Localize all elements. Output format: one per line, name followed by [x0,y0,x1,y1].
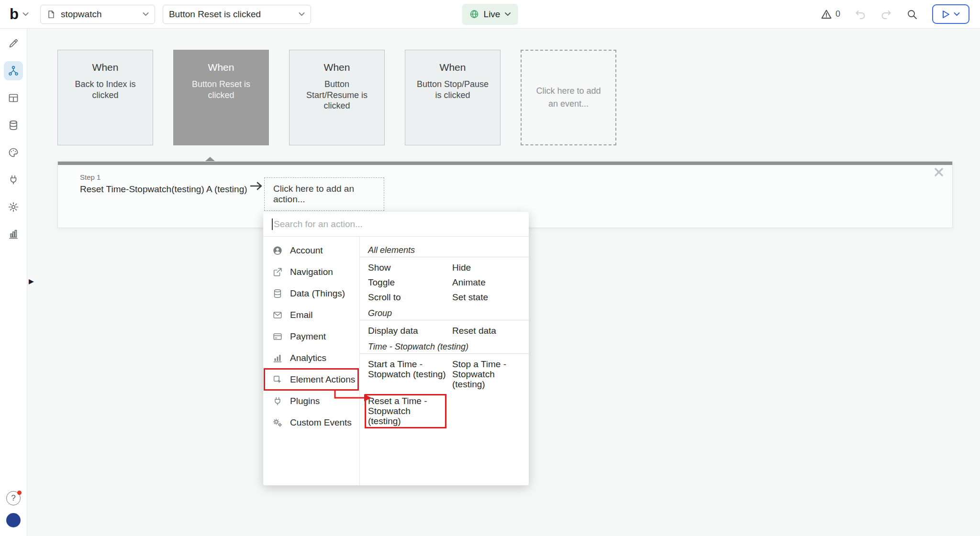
notification-dot [17,491,22,495]
help-button[interactable]: ? [6,491,21,505]
credit-card-icon [272,331,283,342]
top-bar: b stopwatch Button Reset is clicked Live… [0,0,980,29]
sidebar-item-design[interactable] [4,34,23,53]
action-item-display-data[interactable]: Display data [368,326,452,336]
sidebar-item-plugins[interactable] [4,170,23,189]
divider [360,257,529,257]
bar-chart-icon [8,229,19,240]
redo-icon[interactable] [880,9,892,20]
analytics-icon [272,353,283,363]
section-header-group: Group [360,308,529,318]
search-icon[interactable] [906,9,918,20]
components-icon [8,92,19,104]
gears-icon [272,417,283,428]
event-card-subtitle: Back to Index is clicked [58,79,153,100]
chevron-down-icon [954,12,960,16]
arrow-right-icon [249,181,264,191]
divider [360,353,529,354]
add-event-placeholder[interactable]: Click here to add an event... [521,50,616,145]
account-icon [272,245,283,256]
step-label: Step 1 [80,173,247,181]
event-card-title: When [290,62,384,73]
workflow-canvas: When Back to Index is clicked When Butto… [27,29,980,536]
action-item-toggle[interactable]: Toggle [368,277,452,287]
warning-icon [821,9,832,20]
email-icon [272,310,283,320]
action-search-popup: Account Navigation Data (Things) [263,212,529,485]
environment-selector[interactable]: Live [462,4,518,25]
bubble-logo: b [10,7,19,22]
text-caret [272,219,273,230]
event-card-title: When [405,62,500,73]
action-item-reset-stopwatch[interactable]: Reset a Time - Stopwatch (testing) [368,394,452,428]
workflow-event-selector[interactable]: Button Reset is clicked [163,5,311,24]
action-search-input[interactable] [272,219,520,230]
preview-button[interactable] [932,4,969,24]
page-selector[interactable]: stopwatch [40,5,155,24]
action-item-stop-stopwatch[interactable]: Stop a Time - Stopwatch (testing) [452,359,529,389]
category-payment[interactable]: Payment [263,326,359,347]
action-item-start-stopwatch[interactable]: Start a Time - Stopwatch (testing) [368,359,452,389]
step-title: Reset Time-Stopwatch(testing) A (testing… [80,184,247,195]
environment-label: Live [484,9,501,20]
panel-scrollbar[interactable] [58,162,952,165]
issues-indicator[interactable]: 0 [821,9,840,20]
help-icon: ? [11,493,15,503]
avatar[interactable] [6,513,21,527]
chevron-down-icon [299,12,305,16]
event-card-button-stop-pause[interactable]: When Button Stop/Pause is clicked [405,50,501,145]
event-card-subtitle: Button Start/Resume is clicked [290,79,384,111]
sidebar-item-styles[interactable] [4,143,23,162]
chevron-down-icon [504,12,511,16]
category-account[interactable]: Account [263,240,359,261]
sidebar-item-data[interactable] [4,116,23,135]
sidebar-item-logs[interactable] [4,225,23,244]
divider [360,320,529,320]
sidebar-item-components[interactable] [4,88,23,108]
category-data-things[interactable]: Data (Things) [263,283,359,304]
action-item-set-state[interactable]: Set state [452,292,529,302]
play-icon [942,10,950,19]
close-icon[interactable] [934,167,944,177]
plug-icon [272,396,283,406]
sidebar-item-settings[interactable] [4,197,23,217]
event-card-back-to-index[interactable]: When Back to Index is clicked [57,50,153,145]
add-action-placeholder[interactable]: Click here to add an action... [264,177,384,211]
styles-palette-icon [8,147,19,158]
category-custom-events[interactable]: Custom Events [263,412,359,433]
app-menu[interactable]: b [10,7,29,22]
page-icon [46,10,56,19]
action-item-reset-data[interactable]: Reset data [452,326,529,336]
category-navigation[interactable]: Navigation [263,261,359,283]
sidebar-item-workflow[interactable] [4,61,23,80]
workflow-icon [8,65,19,77]
left-toolbar: ? [0,29,27,536]
category-plugins[interactable]: Plugins [263,390,359,412]
event-card-button-reset[interactable]: When Button Reset is clicked [173,50,269,145]
action-categories: Account Navigation Data (Things) [263,237,360,485]
design-pencil-icon [8,38,19,49]
gear-icon [8,201,19,213]
action-item-hide[interactable]: Hide [452,263,529,273]
event-cards-row: When Back to Index is clicked When Butto… [57,50,616,145]
section-header-time-stopwatch: Time - Stopwatch (testing) [360,342,529,352]
event-card-subtitle: Button Reset is clicked [174,79,268,100]
chevron-down-icon [143,12,149,16]
category-analytics[interactable]: Analytics [263,347,359,369]
event-card-button-start-resume[interactable]: When Button Start/Resume is clicked [289,50,385,145]
category-element-actions[interactable]: Element Actions [263,369,359,390]
action-item-scroll-to[interactable]: Scroll to [368,292,452,302]
category-email[interactable]: Email [263,304,359,326]
action-results: All elements Show Hide Toggle Animate Sc… [360,237,529,485]
action-item-animate[interactable]: Animate [452,277,529,287]
plug-icon [8,174,19,186]
undo-icon[interactable] [855,9,866,20]
issues-count: 0 [835,9,840,19]
section-header-all-elements: All elements [360,245,529,255]
globe-icon [469,9,479,19]
action-item-show[interactable]: Show [368,263,452,273]
navigation-icon [272,267,283,277]
sidebar-expand-arrow-icon[interactable]: ▶ [29,277,34,285]
step-1-card[interactable]: Step 1 Reset Time-Stopwatch(testing) A (… [80,173,247,195]
element-actions-icon [272,374,283,385]
